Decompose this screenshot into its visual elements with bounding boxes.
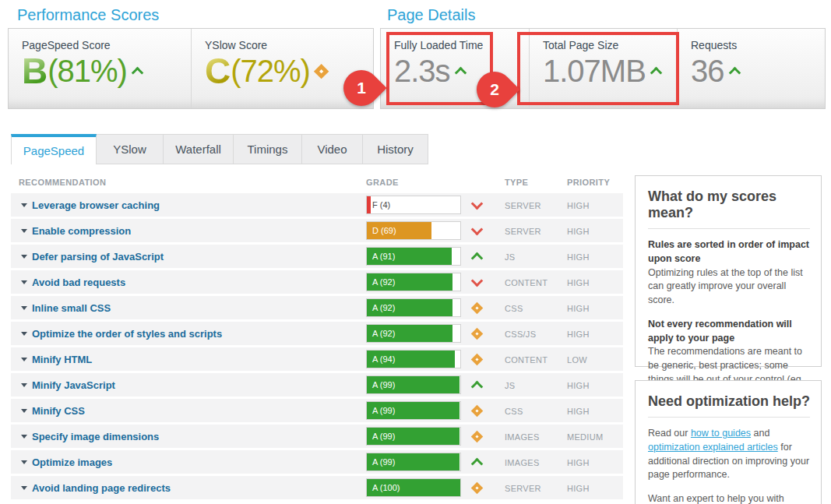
expand-triangle-icon[interactable] [21, 435, 27, 439]
trend-icon [470, 301, 483, 314]
yslow-grade-percent: (72%) [231, 55, 310, 87]
table-row[interactable]: Minify JavaScript A (99) JS HIGH [11, 373, 623, 397]
requests-label: Requests [691, 39, 825, 51]
recommendation-link[interactable]: Minify JavaScript [32, 379, 115, 391]
table-row[interactable]: Optimize images A (99) IMAGES HIGH [11, 450, 623, 474]
tab-timings[interactable]: Timings [234, 134, 302, 164]
grade-bar: A (92) [366, 324, 461, 343]
tab-yslow[interactable]: YSlow [97, 134, 164, 164]
recommendation-link[interactable]: Enable compression [32, 225, 131, 237]
table-row[interactable]: Minify HTML A (94) CONTENT LOW [11, 347, 623, 371]
trend-icon [470, 250, 483, 263]
recommendation-link[interactable]: Avoid bad requests [32, 277, 125, 288]
type-cell: CSS [505, 407, 523, 416]
recommendation-link[interactable]: Optimize images [32, 456, 112, 468]
table-row[interactable]: Avoid bad requests A (92) CONTENT HIGH [11, 270, 623, 294]
priority-cell: HIGH [567, 458, 590, 467]
tab-pagespeed[interactable]: PageSpeed [11, 134, 97, 164]
how-to-guides-link[interactable]: how to guides [691, 428, 751, 439]
recommendation-column-header: RECOMMENDATION [19, 178, 106, 187]
type-cell: CSS [505, 304, 523, 313]
priority-column-header: PRIORITY [567, 178, 610, 187]
expand-triangle-icon[interactable] [21, 460, 27, 464]
type-column-header: TYPE [505, 178, 528, 187]
divider [648, 417, 810, 418]
priority-cell: LOW [567, 355, 587, 365]
priority-cell: HIGH [567, 201, 590, 210]
requests-value: 36 [691, 54, 825, 88]
table-row[interactable]: Minify CSS A (99) CSS HIGH [11, 399, 623, 422]
table-row[interactable]: Defer parsing of JavaScript A (91) JS HI… [11, 245, 623, 268]
recommendation-link[interactable]: Minify CSS [32, 405, 85, 417]
expand-triangle-icon[interactable] [21, 383, 27, 387]
expand-triangle-icon[interactable] [21, 280, 27, 284]
diamond-icon [313, 63, 329, 79]
expand-triangle-icon[interactable] [21, 358, 27, 361]
grade-bar: A (99) [366, 453, 461, 471]
trend-icon [470, 481, 483, 494]
grade-bar: D (69) [366, 221, 461, 240]
priority-cell: HIGH [567, 278, 590, 287]
recommendation-link[interactable]: Inline small CSS [32, 302, 111, 314]
table-header: RECOMMENDATION GRADE TYPE PRIORITY [11, 174, 623, 193]
grade-bar: A (92) [366, 273, 461, 291]
expand-triangle-icon[interactable] [21, 203, 27, 207]
trend-icon [470, 224, 483, 237]
type-cell: IMAGES [505, 432, 540, 442]
grade-bar: F (4) [366, 196, 461, 214]
recommendation-link[interactable]: Optimize the order of styles and scripts [32, 328, 222, 340]
type-cell: SERVER [505, 227, 541, 236]
yslow-grade-letter: C [205, 52, 231, 90]
expand-triangle-icon[interactable] [21, 255, 27, 259]
priority-cell: HIGH [567, 330, 590, 339]
pagespeed-grade-letter: B [22, 52, 48, 90]
yslow-score-label: YSlow Score [205, 39, 373, 51]
pagespeed-grade-percent: (81%) [48, 55, 127, 87]
grade-bar: A (99) [366, 375, 461, 394]
table-row[interactable]: Enable compression D (69) SERVER HIGH [11, 219, 623, 242]
tab-history[interactable]: History [363, 134, 428, 164]
priority-cell: HIGH [567, 381, 590, 390]
table-row[interactable]: Avoid landing page redirects A (100) SER… [11, 476, 623, 499]
optimization-help-box: Need optimization help? Read our how to … [635, 380, 822, 504]
expand-triangle-icon[interactable] [21, 486, 27, 490]
expand-triangle-icon[interactable] [21, 306, 27, 310]
gtmetrix-report-page: Performance Scores Page Details PageSpee… [0, 0, 831, 504]
report-tabs: PageSpeed YSlow Waterfall Timings Video … [11, 134, 428, 164]
priority-cell: HIGH [567, 227, 590, 236]
grade-bar: A (99) [366, 427, 461, 446]
recommendation-link[interactable]: Specify image dimensions [32, 431, 159, 442]
page-details-heading: Page Details [387, 6, 475, 24]
grade-bar: A (92) [366, 298, 461, 317]
priority-cell: HIGH [567, 252, 590, 262]
recommendation-link[interactable]: Leverage browser caching [32, 199, 160, 211]
help-paragraph-2: Want an expert to help you with optimiza… [648, 492, 810, 504]
tab-waterfall[interactable]: Waterfall [164, 134, 234, 164]
divider [648, 228, 810, 229]
expand-triangle-icon[interactable] [21, 229, 27, 233]
tab-video[interactable]: Video [302, 134, 363, 164]
performance-scores-panel: PageSpeed Score B(81%) YSlow Score C(72%… [8, 28, 374, 109]
table-row[interactable]: Leverage browser caching F (4) SERVER HI… [11, 193, 623, 217]
trend-icon [470, 430, 483, 442]
table-row[interactable]: Specify image dimensions A (99) IMAGES M… [11, 425, 623, 448]
trend-icon [470, 276, 483, 288]
expand-triangle-icon[interactable] [21, 409, 27, 413]
recommendation-link[interactable]: Defer parsing of JavaScript [32, 251, 164, 263]
performance-scores-heading: Performance Scores [17, 6, 159, 24]
annotation-marker-2: 2 [469, 64, 519, 115]
grade-bar: A (91) [366, 247, 461, 266]
table-row[interactable]: Inline small CSS A (92) CSS HIGH [11, 296, 623, 319]
grade-bar: A (99) [366, 401, 461, 420]
recommendation-link[interactable]: Avoid landing page redirects [32, 482, 171, 494]
trend-icon [470, 379, 483, 391]
optimization-articles-link[interactable]: optimization explained articles [648, 442, 778, 453]
table-row[interactable]: Optimize the order of styles and scripts… [11, 322, 623, 345]
priority-cell: MEDIUM [567, 432, 603, 442]
grade-bar: A (94) [366, 350, 461, 368]
priority-cell: HIGH [567, 407, 590, 416]
scores-info-title: What do my scores mean? [648, 189, 810, 221]
trend-icon [470, 404, 483, 417]
expand-triangle-icon[interactable] [21, 332, 27, 336]
recommendation-link[interactable]: Minify HTML [32, 354, 92, 365]
